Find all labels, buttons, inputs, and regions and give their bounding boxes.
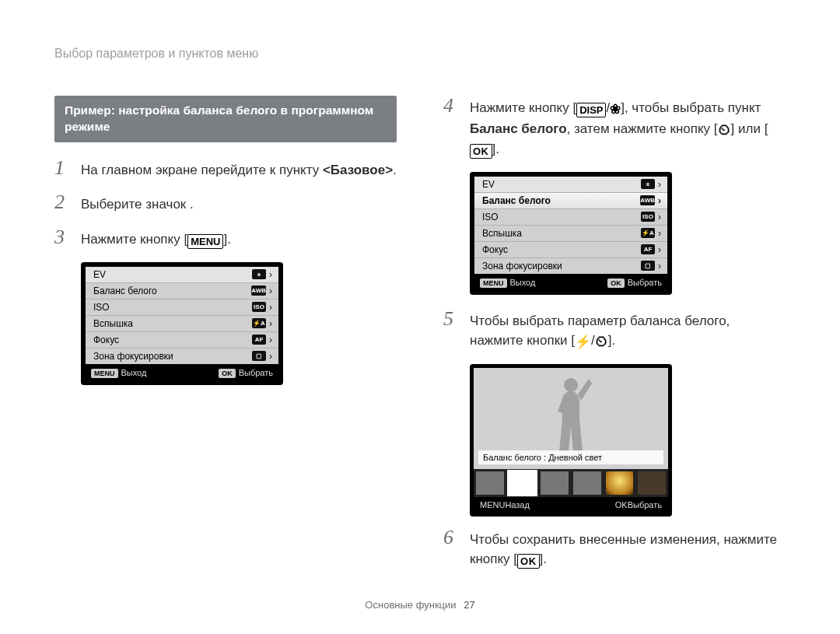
menu-row: Баланс белого AWB› bbox=[86, 283, 278, 299]
running-head: Выбор параметров и пунктов меню bbox=[54, 47, 786, 61]
step-text: Чтобы выбрать параметр баланса белого, н… bbox=[470, 312, 786, 352]
menu-label: Фокус bbox=[482, 244, 508, 255]
device-softkey-bar: MENUНазад OKВыбрать bbox=[474, 497, 668, 513]
menu-row: Зона фокусировки ▢› bbox=[86, 349, 278, 364]
step-number: 2 bbox=[54, 192, 72, 212]
svg-point-0 bbox=[564, 378, 578, 392]
device-softkey-bar: MENUВыход OKВыбрать bbox=[85, 365, 279, 381]
menu-row: Вспышка ⚡A› bbox=[86, 316, 278, 332]
menu-row: Вспышка ⚡A› bbox=[474, 226, 667, 242]
menu-label: Баланс белого bbox=[93, 285, 157, 296]
softkey-ok-icon: OK bbox=[615, 500, 628, 510]
camera-menu-left: EV ±› Баланс белого AWB› ISO ISO› Вспышк… bbox=[81, 262, 283, 385]
step-3: 3 Нажмите кнопку [MENU]. bbox=[54, 227, 397, 250]
right-column: 4 Нажмите кнопку [DISP/❀], чтобы выбрать… bbox=[443, 96, 786, 581]
menu-value-icon: ▢› bbox=[252, 351, 272, 362]
macro-icon: ❀ bbox=[610, 102, 621, 117]
menu-value-icon: AF› bbox=[641, 244, 661, 255]
step-text: Выберите значок . bbox=[81, 195, 194, 215]
menu-row: Зона фокусировки ▢› bbox=[474, 258, 667, 274]
menu-value-icon: ⚡A› bbox=[641, 228, 661, 239]
step-6: 6 Чтобы сохранить внесенные изменения, н… bbox=[443, 527, 786, 569]
wb-option bbox=[541, 471, 569, 495]
menu-label: EV bbox=[93, 269, 106, 280]
camera-menu-right: EV ±› Баланс белого AWB› ISO ISO› Вспышк… bbox=[470, 172, 672, 295]
menu-value-icon: ISO› bbox=[252, 302, 272, 313]
menu-label: Баланс белого bbox=[482, 195, 551, 206]
softkey-menu-icon: MENU bbox=[91, 369, 118, 378]
wb-option bbox=[606, 471, 634, 495]
menu-label: Вспышка bbox=[93, 318, 133, 329]
device-softkey-bar: MENUВыход OKВыбрать bbox=[474, 275, 668, 291]
menu-row: Фокус AF› bbox=[474, 242, 667, 258]
person-silhouette-icon bbox=[544, 374, 598, 452]
menu-value-icon: AWB› bbox=[251, 285, 272, 296]
step-4: 4 Нажмите кнопку [DISP/❀], чтобы выбрать… bbox=[443, 96, 786, 159]
wb-option bbox=[573, 471, 601, 495]
menu-row: EV ±› bbox=[86, 267, 278, 283]
step-1: 1 На главном экране перейдите к пункту <… bbox=[54, 158, 397, 180]
flash-icon: ⚡ bbox=[575, 335, 591, 349]
step-2: 2 Выберите значок . bbox=[54, 192, 397, 215]
menu-row: Фокус AF› bbox=[86, 332, 278, 349]
menu-row: EV ±› bbox=[474, 177, 667, 193]
wb-preview: Баланс белого : Дневной свет MENUНазад O… bbox=[470, 364, 672, 517]
menu-value-icon: ±› bbox=[252, 269, 272, 280]
menu-label: Вспышка bbox=[482, 228, 522, 239]
wb-thumbs bbox=[474, 469, 668, 497]
left-column: Пример: настройка баланса белого в прогр… bbox=[54, 96, 397, 581]
menu-value-icon: AWB› bbox=[640, 195, 661, 206]
wb-caption: Баланс белого : Дневной свет bbox=[478, 450, 663, 464]
menu-key-icon: MENU bbox=[187, 234, 223, 249]
menu-value-icon: ⚡A› bbox=[252, 318, 272, 329]
wb-option-selected bbox=[509, 471, 537, 495]
footer-section: Основные функции bbox=[365, 599, 456, 611]
page-number: 27 bbox=[464, 599, 474, 611]
step-number: 6 bbox=[443, 527, 460, 548]
example-banner: Пример: настройка баланса белого в прогр… bbox=[54, 96, 397, 142]
menu-value-icon: AF› bbox=[252, 335, 272, 345]
menu-label: EV bbox=[482, 179, 495, 190]
step-text: На главном экране перейдите к пункту <Ба… bbox=[81, 161, 397, 180]
menu-value-icon: ▢› bbox=[641, 261, 661, 271]
timer-icon: ⏲ bbox=[718, 123, 731, 138]
page-footer: Основные функции 27 bbox=[0, 599, 840, 611]
menu-label: Зона фокусировки bbox=[482, 261, 562, 271]
step-text: Нажмите кнопку [MENU]. bbox=[81, 230, 231, 250]
softkey-ok-icon: OK bbox=[219, 369, 236, 378]
ok-key-icon: OK bbox=[470, 144, 492, 159]
step-5: 5 Чтобы выбрать параметр баланса белого,… bbox=[443, 309, 786, 352]
menu-label: Зона фокусировки bbox=[93, 351, 173, 362]
softkey-menu-icon: MENU bbox=[480, 500, 505, 510]
wb-option bbox=[638, 471, 666, 495]
menu-row: ISO ISO› bbox=[474, 209, 667, 226]
menu-label: Фокус bbox=[93, 335, 119, 345]
menu-label: ISO bbox=[93, 302, 110, 313]
step-number: 4 bbox=[443, 96, 460, 116]
softkey-ok-icon: OK bbox=[607, 278, 625, 288]
step-text: Нажмите кнопку [DISP/❀], чтобы выбрать п… bbox=[470, 99, 786, 159]
menu-row-selected: Баланс белого AWB› bbox=[474, 193, 667, 209]
wb-option bbox=[476, 471, 504, 495]
disp-key-icon: DISP bbox=[576, 103, 606, 117]
step-number: 1 bbox=[54, 158, 72, 178]
step-number: 5 bbox=[443, 309, 460, 329]
ok-key-icon: OK bbox=[517, 554, 540, 569]
menu-row: ISO ISO› bbox=[86, 299, 278, 316]
step-text: Чтобы сохранить внесенные изменения, наж… bbox=[470, 531, 786, 569]
menu-label: ISO bbox=[482, 212, 499, 222]
step-number: 3 bbox=[54, 227, 72, 247]
menu-value-icon: ±› bbox=[641, 179, 661, 190]
menu-value-icon: ISO› bbox=[641, 212, 661, 222]
softkey-menu-icon: MENU bbox=[480, 278, 507, 288]
timer-icon: ⏲ bbox=[595, 335, 608, 349]
